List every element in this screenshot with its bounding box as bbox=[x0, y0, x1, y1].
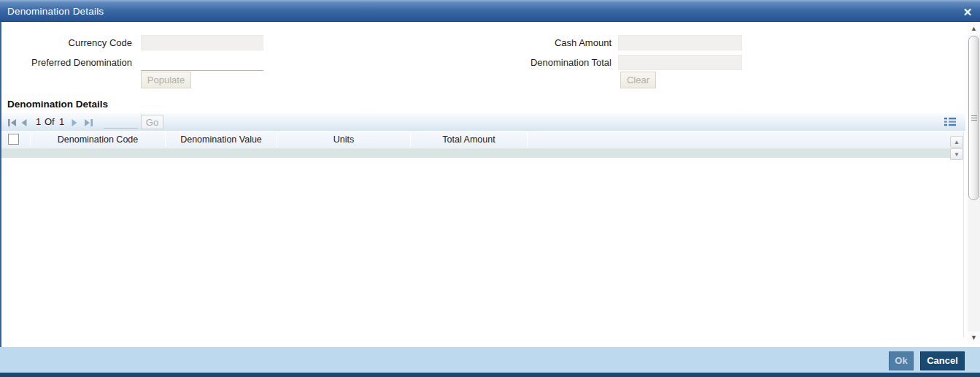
preferred-denomination-field[interactable] bbox=[141, 56, 263, 71]
currency-code-label: Currency Code bbox=[0, 37, 132, 48]
table-right-border bbox=[963, 132, 964, 338]
cash-amount-label: Cash Amount bbox=[438, 37, 611, 48]
title-bar: Denomination Details ✕ bbox=[0, 0, 980, 22]
table-header-row: Denomination Code Denomination Value Uni… bbox=[1, 132, 963, 148]
window-bottom-edge bbox=[0, 373, 980, 377]
dialog-title: Denomination Details bbox=[7, 1, 104, 22]
table-scroll-up-icon[interactable]: ▲ bbox=[950, 136, 963, 148]
table-scroll-down-icon[interactable]: ▼ bbox=[950, 148, 963, 160]
ok-button[interactable]: Ok bbox=[889, 351, 914, 370]
denomination-details-heading: Denomination Details bbox=[7, 99, 108, 110]
next-page-icon[interactable] bbox=[71, 117, 79, 130]
populate-button[interactable]: Populate bbox=[141, 72, 191, 88]
select-all-cell bbox=[1, 132, 31, 147]
current-page-number: 1 bbox=[36, 116, 41, 127]
scrollbar-thumb[interactable] bbox=[968, 36, 979, 200]
page-of-label: Of bbox=[45, 116, 55, 127]
customize-columns-icon[interactable] bbox=[944, 116, 956, 127]
footer-bar bbox=[0, 347, 980, 373]
preferred-denomination-label: Preferred Denomination bbox=[0, 57, 132, 68]
close-icon[interactable]: ✕ bbox=[960, 5, 975, 20]
last-page-icon[interactable] bbox=[84, 117, 93, 130]
pagination-toolbar: 1 Of 1 Go bbox=[1, 113, 965, 131]
window-left-border bbox=[0, 22, 1, 377]
total-pages-number: 1 bbox=[59, 116, 64, 127]
column-header-filler bbox=[528, 132, 963, 147]
window-scrollbar[interactable]: ▲ ▼ bbox=[968, 23, 980, 344]
scrollbar-grip bbox=[971, 115, 977, 122]
page-number-input[interactable] bbox=[104, 115, 138, 129]
table-scroll-buttons: ▲ ▼ bbox=[950, 136, 963, 161]
column-header-denomination-code: Denomination Code bbox=[31, 132, 166, 147]
select-all-checkbox[interactable] bbox=[8, 134, 19, 145]
currency-code-field bbox=[141, 35, 263, 50]
scrollbar-down-icon[interactable]: ▼ bbox=[968, 332, 980, 344]
scrollbar-up-icon[interactable]: ▲ bbox=[968, 23, 980, 35]
cancel-button[interactable]: Cancel bbox=[920, 351, 965, 370]
denomination-total-label: Denomination Total bbox=[438, 57, 611, 68]
denomination-total-field bbox=[618, 55, 742, 70]
first-page-icon[interactable] bbox=[7, 117, 17, 130]
go-button[interactable]: Go bbox=[141, 115, 163, 129]
column-header-units: Units bbox=[277, 132, 411, 147]
column-header-total-amount: Total Amount bbox=[411, 132, 528, 147]
previous-page-icon[interactable] bbox=[20, 117, 28, 130]
clear-button[interactable]: Clear bbox=[620, 72, 656, 88]
cash-amount-field bbox=[618, 35, 742, 50]
denomination-details-dialog: Denomination Details ✕ Currency Code Pre… bbox=[0, 0, 980, 377]
column-header-denomination-value: Denomination Value bbox=[166, 132, 277, 147]
table-row[interactable] bbox=[1, 148, 963, 158]
